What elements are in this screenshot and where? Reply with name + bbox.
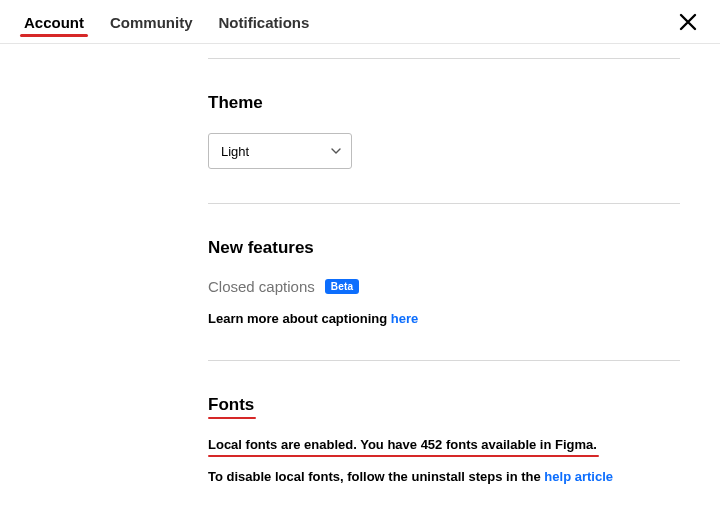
fonts-title-text: Fonts	[208, 395, 254, 414]
fonts-title: Fonts	[208, 395, 254, 415]
chevron-down-icon	[331, 146, 341, 156]
captioning-learn-more-text: Learn more about captioning	[208, 311, 391, 326]
tab-community-label: Community	[110, 14, 193, 31]
close-button[interactable]	[676, 10, 700, 34]
theme-select-value: Light	[221, 144, 249, 159]
active-tab-underline	[20, 34, 88, 37]
close-icon	[676, 10, 700, 34]
fonts-status-text: Local fonts are enabled. You have 452 fo…	[208, 437, 597, 452]
closed-captions-row: Closed captions Beta	[208, 278, 680, 295]
tab-community[interactable]: Community	[110, 14, 193, 43]
fonts-help-article-link[interactable]: help article	[544, 469, 613, 484]
new-features-title: New features	[208, 238, 314, 258]
new-features-section: New features Closed captions Beta Learn …	[208, 204, 680, 360]
tab-account-label: Account	[24, 14, 84, 31]
annotation-underline	[208, 417, 256, 420]
fonts-disable-text: To disable local fonts, follow the unins…	[208, 469, 544, 484]
tab-bar: Account Community Notifications	[0, 0, 720, 44]
closed-captions-label: Closed captions	[208, 278, 315, 295]
fonts-disable-row: To disable local fonts, follow the unins…	[208, 469, 680, 484]
fonts-section: Fonts Local fonts are enabled. You have …	[208, 361, 680, 518]
fonts-status-row: Local fonts are enabled. You have 452 fo…	[208, 435, 597, 453]
settings-content: Theme Light New features Closed captions…	[0, 44, 720, 518]
tab-account[interactable]: Account	[24, 14, 84, 43]
theme-section: Theme Light	[208, 59, 680, 203]
theme-select[interactable]: Light	[208, 133, 352, 169]
tab-notifications-label: Notifications	[219, 14, 310, 31]
captioning-learn-more-link[interactable]: here	[391, 311, 418, 326]
captioning-learn-more: Learn more about captioning here	[208, 311, 680, 326]
theme-title: Theme	[208, 93, 263, 113]
tab-notifications[interactable]: Notifications	[219, 14, 310, 43]
annotation-underline	[208, 455, 599, 458]
beta-badge: Beta	[325, 279, 359, 294]
